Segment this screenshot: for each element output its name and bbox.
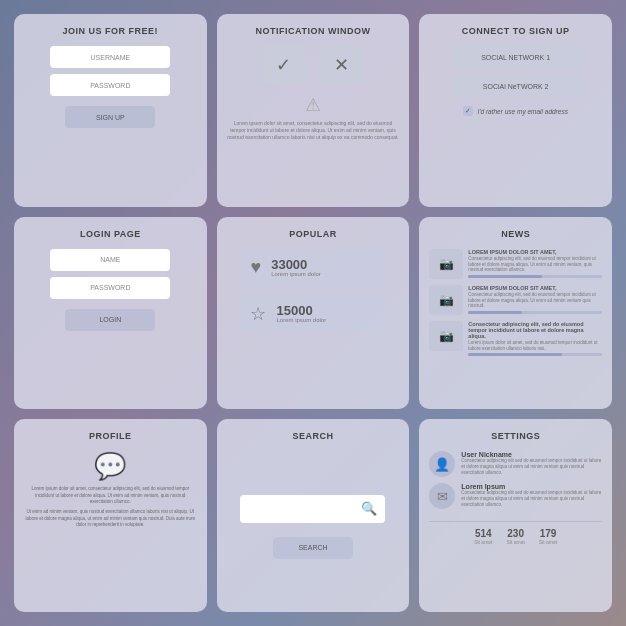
settings-email-item: ✉ Lorem Ipsum Consectetur adipiscing eli… [429, 483, 602, 509]
settings-user-item: 👤 User Nickname Consectetur adipiscing e… [429, 451, 602, 477]
email-option: ✓ I'd rather use my email address [463, 106, 567, 116]
search-card: SEARCH 🔍 SEARCH [217, 419, 410, 612]
profile-title: PROFILE [89, 431, 132, 441]
email-checkbox[interactable]: ✓ [463, 106, 473, 116]
news-content-1: LOREM IPSUM DOLOR SIT AMET, Consectetur … [468, 249, 602, 279]
settings-user-info: User Nickname Consectetur adipiscing eli… [461, 451, 602, 476]
news-body-2: Consectetur adipiscing elit, sed do eius… [468, 292, 602, 310]
join-title: JOIN US FOR FREE! [63, 26, 159, 36]
news-content-2: LOREM IPSUM DOLOR SIT AMET, Consectetur … [468, 285, 602, 315]
connect-card: CONNECT TO SIGN UP SOCIAL NETWORK 1 SOCi… [419, 14, 612, 207]
popular-item-1: ♥ 33000 Lorem ipsum dolor [240, 249, 385, 287]
email-name: Lorem Ipsum [461, 483, 602, 490]
popular-label-1: Lorem ipsum dolor [271, 271, 321, 277]
stat-label-3: Sit amet [539, 539, 557, 545]
join-card: JOIN US FOR FREE! USERNAME PASSWORD SIGN… [14, 14, 207, 207]
notification-text: Lorem ipsum dolor sit amet, consectetur … [227, 120, 400, 141]
confirm-button[interactable]: ✓ [262, 46, 306, 84]
social-network-2-button[interactable]: SOCiAl NeTWORK 2 [451, 75, 581, 97]
settings-title: SETTINGS [491, 431, 540, 441]
password-field[interactable]: PASSWORD [50, 74, 170, 96]
name-field[interactable]: NAME [50, 249, 170, 271]
settings-card: SETTINGS 👤 User Nickname Consectetur adi… [419, 419, 612, 612]
popular-number-1: 33000 [271, 258, 321, 271]
chat-icon: 💬 [94, 451, 126, 482]
news-headline-3: Consectetur adipiscing elit, sed do eius… [468, 321, 602, 339]
search-bar[interactable]: 🔍 [240, 495, 385, 523]
heart-icon: ♥ [250, 257, 261, 278]
popular-label-2: Lorem ipsum dolor [276, 317, 326, 323]
notification-title: NOTIFICATION WINDOW [256, 26, 371, 36]
news-card: NEWS 📷 LOREM IPSUM DOLOR SIT AMET, Conse… [419, 217, 612, 410]
search-title: SEARCH [292, 431, 333, 441]
popular-title: POPULAR [289, 229, 337, 239]
news-item-2: 📷 LOREM IPSUM DOLOR SIT AMET, Consectetu… [429, 285, 602, 315]
connect-title: CONNECT TO SIGN UP [462, 26, 570, 36]
news-bar-1 [468, 275, 602, 278]
news-image-3: 📷 [429, 321, 463, 351]
news-bar-fill-2 [468, 311, 521, 314]
login-button[interactable]: LOGIN [65, 309, 155, 331]
stat-2: 230 Sit amet [506, 528, 524, 545]
user-avatar: 👤 [429, 451, 455, 477]
popular-info-2: 15000 Lorem ipsum dolor [276, 304, 326, 323]
login-card: LOGIN PAGE NAME PASSWORD LOGIN [14, 217, 207, 410]
email-description: Consectetur adipiscing elit sed do eiusm… [461, 490, 602, 508]
stat-number-2: 230 [506, 528, 524, 539]
main-grid: JOIN US FOR FREE! USERNAME PASSWORD SIGN… [0, 0, 626, 626]
search-button[interactable]: SEARCH [273, 537, 353, 559]
stat-label-1: Sit amet [474, 539, 492, 545]
news-bar-3 [468, 353, 602, 356]
news-image-2: 📷 [429, 285, 463, 315]
stat-1: 514 Sit amet [474, 528, 492, 545]
news-headline-2: LOREM IPSUM DOLOR SIT AMET, [468, 285, 602, 291]
notification-card: NOTIFICATION WINDOW ✓ ✕ ⚠ Lorem ipsum do… [217, 14, 410, 207]
login-title: LOGIN PAGE [80, 229, 141, 239]
news-title: NEWS [501, 229, 530, 239]
username-field[interactable]: USERNAME [50, 46, 170, 68]
news-bar-fill-1 [468, 275, 542, 278]
user-description: Consectetur adipiscing elit sed do eiusm… [461, 458, 602, 476]
profile-text-1: Lorem ipsum dolor sit amet, consectetur … [24, 486, 197, 505]
popular-number-2: 15000 [276, 304, 326, 317]
popular-card: POPULAR ♥ 33000 Lorem ipsum dolor ☆ 1500… [217, 217, 410, 410]
user-nickname: User Nickname [461, 451, 602, 458]
settings-email-info: Lorem Ipsum Consectetur adipiscing elit … [461, 483, 602, 508]
social-network-1-button[interactable]: SOCIAL NETWORK 1 [451, 46, 581, 68]
news-headline-1: LOREM IPSUM DOLOR SIT AMET, [468, 249, 602, 255]
popular-item-2: ☆ 15000 Lorem ipsum dolor [240, 295, 385, 333]
stat-number-3: 179 [539, 528, 557, 539]
email-option-label: I'd rather use my email address [477, 108, 567, 115]
news-image-1: 📷 [429, 249, 463, 279]
settings-stats: 514 Sit amet 230 Sit amet 179 Sit amet [429, 521, 602, 545]
cancel-button[interactable]: ✕ [320, 46, 364, 84]
stat-number-1: 514 [474, 528, 492, 539]
signup-button[interactable]: SIGN UP [65, 106, 155, 128]
news-item-3: 📷 Consectetur adipiscing elit, sed do ei… [429, 321, 602, 357]
email-avatar: ✉ [429, 483, 455, 509]
profile-text-2: Ut enim ad minim veniam, quis nostrud ex… [24, 509, 197, 528]
news-body-3: Lorem ipsum dolor sit amet, sed do eiusm… [468, 340, 602, 352]
notif-button-group: ✓ ✕ [262, 46, 364, 84]
news-body-1: Consectetur adipiscing elit, sed do eius… [468, 256, 602, 274]
search-icon: 🔍 [361, 501, 377, 516]
star-icon: ☆ [250, 303, 266, 325]
login-password-field[interactable]: PASSWORD [50, 277, 170, 299]
profile-card: PROFILE 💬 Lorem ipsum dolor sit amet, co… [14, 419, 207, 612]
news-bar-2 [468, 311, 602, 314]
stat-3: 179 Sit amet [539, 528, 557, 545]
warning-icon: ⚠ [305, 94, 321, 116]
stat-label-2: Sit amet [506, 539, 524, 545]
news-content-3: Consectetur adipiscing elit, sed do eius… [468, 321, 602, 357]
news-bar-fill-3 [468, 353, 562, 356]
news-item-1: 📷 LOREM IPSUM DOLOR SIT AMET, Consectetu… [429, 249, 602, 279]
popular-info-1: 33000 Lorem ipsum dolor [271, 258, 321, 277]
